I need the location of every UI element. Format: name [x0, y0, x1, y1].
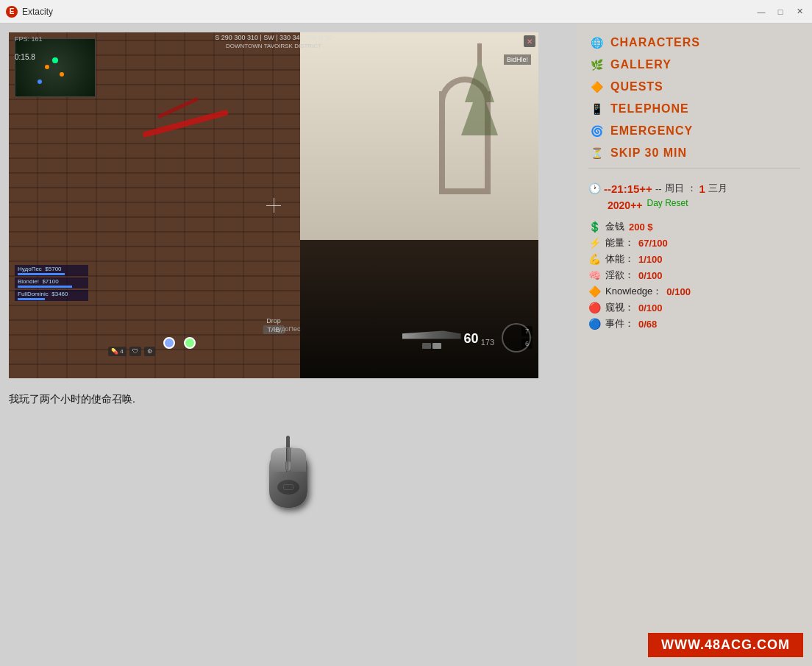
cash-amount-3: $3460 [51, 291, 68, 297]
window-controls: — □ ✕ [755, 5, 806, 18]
skip30min-label: SKIP 30 MIN [610, 146, 687, 160]
energy-value: 67/100 [638, 238, 668, 249]
game-screenshot: FPS: 161 0:15.8 S 290 300 310 | SW | 330… [9, 32, 538, 378]
player-cash-list: НудоПес $5700 Blondie! $7100 FullDominic… [15, 265, 88, 301]
nav-marker-1 [163, 337, 175, 349]
caption-text: 我玩了两个小时的使命召唤. [9, 393, 135, 405]
mouse-center-line [288, 448, 288, 470]
gallery-icon: 🌿 [588, 57, 605, 73]
money-value: 200 $ [629, 222, 653, 233]
delete-icon[interactable]: ✕ [524, 35, 535, 47]
spy-label: 窥视： [605, 301, 634, 314]
time-separator: -- [655, 183, 662, 194]
cash-entry-3: FullDominic $3460 [15, 290, 88, 301]
emergency-label: EMERGENCY [610, 124, 693, 138]
inventory-icons: 💊 4 🛡 ⚙ [108, 347, 155, 356]
quests-label: QUESTS [610, 80, 663, 93]
mouse-right-button [290, 448, 306, 472]
weapon-icon [402, 328, 461, 341]
ammo-current: 60 [464, 331, 479, 347]
maximize-button[interactable]: □ [774, 5, 787, 18]
cash-bar-1 [18, 273, 65, 275]
energy-icon: ⚡ [588, 237, 601, 249]
menu-item-quests[interactable]: 🔶 QUESTS [588, 77, 800, 97]
right-panel: 🌐 CHARACTERS 🌿 GALLERY 🔶 QUESTS 📱 TELEPH… [577, 24, 812, 666]
menu-item-gallery[interactable]: 🌿 GALLERY [588, 54, 800, 75]
money-icon: 💲 [588, 221, 601, 233]
minimize-button[interactable]: — [755, 5, 768, 18]
mouse-graphic [263, 436, 314, 517]
mouse-left-button [271, 448, 287, 472]
health-icon: 💊 4 [108, 347, 127, 356]
telephone-icon: 📱 [588, 101, 605, 117]
nav-compass [502, 323, 531, 353]
dark-overlay [300, 240, 538, 378]
ammo-display: 60 173 [464, 331, 494, 347]
menu-item-skip30min[interactable]: ⏳ SKIP 30 MIN [588, 143, 800, 163]
armor-icon: 🛡 [129, 347, 141, 356]
close-button[interactable]: ✕ [793, 5, 806, 18]
app-icon: E [6, 6, 18, 18]
map-player-dot [52, 57, 58, 63]
day-reset-label: Day Reset [647, 198, 688, 208]
menu-item-telephone[interactable]: 📱 TELEPHONE [588, 99, 800, 119]
time-colon: ： [687, 182, 697, 195]
fps-counter: FPS: 161 [15, 35, 43, 43]
cash-amount-1: $5700 [45, 266, 61, 272]
caption-area: 我玩了两个小时的使命召唤. [9, 387, 568, 412]
ammo-mode-1 [422, 343, 431, 349]
crosshair [266, 198, 281, 213]
day-num: 1 [699, 183, 705, 195]
stat-constitution: 💪 体能： 1/100 [588, 251, 800, 267]
drop-label: Drop [263, 317, 285, 325]
menu-item-characters[interactable]: 🌐 CHARACTERS [588, 32, 800, 53]
characters-icon: 🌐 [588, 35, 605, 51]
stat-money: 💲 金钱 200 $ [588, 219, 800, 235]
map-enemy-dot-1 [45, 65, 49, 69]
month-label: 三月 [708, 182, 727, 195]
events-value: 0/68 [638, 319, 657, 330]
round-timer: 0:15.8 [15, 53, 35, 61]
player-name: ЧудоПес [274, 325, 300, 333]
lust-label: 淫欲： [605, 269, 634, 282]
ammo-mode-2 [432, 343, 441, 349]
menu-separator [588, 168, 800, 169]
events-icon: 🔵 [588, 318, 601, 330]
main-area: FPS: 161 0:15.8 S 290 300 310 | SW | 330… [0, 24, 812, 666]
weapon-hud: 60 173 [402, 328, 494, 349]
cash-entry-2: Blondie! $7100 [15, 277, 88, 288]
mini-map-inner [15, 39, 95, 96]
watermark: WWW.48ACG.COM [648, 633, 803, 657]
time-row: 🕐 --21:15++ -- 周日 ： 1 三月 [588, 182, 800, 195]
other-icon: ⚙ [144, 347, 155, 356]
watermark-text: WWW.48ACG.COM [661, 637, 790, 652]
tree-branches-2 [461, 84, 498, 135]
cash-bar-2 [18, 286, 72, 288]
stat-lust: 🧠 淫欲： 0/100 [588, 267, 800, 283]
stat-knowledge: 🔶 Knowledge： 0/100 [588, 283, 800, 300]
knowledge-value: 0/100 [666, 286, 691, 297]
menu-item-emergency[interactable]: 🌀 EMERGENCY [588, 121, 800, 141]
map-enemy-dot-2 [60, 72, 64, 77]
location-label: DOWNTOWN TAVOIRSK DISTRICT [226, 43, 321, 49]
lust-value: 0/100 [638, 270, 663, 281]
outdoor-area [300, 32, 538, 258]
lust-icon: 🧠 [588, 269, 601, 281]
day-label: 周日 [665, 182, 684, 195]
knowledge-label: Knowledge： [605, 285, 662, 298]
window-titlebar: E Extacity — □ ✕ [0, 0, 812, 24]
skip30min-icon: ⏳ [588, 145, 605, 161]
constitution-value: 1/100 [638, 254, 663, 265]
mouse-area [9, 421, 568, 531]
app-title: Extacity [22, 7, 53, 17]
constitution-icon: 💪 [588, 253, 601, 265]
quests-icon: 🔶 [588, 79, 605, 95]
year-reset-row: 2020++ Day Reset [608, 198, 800, 213]
characters-label: CHARACTERS [610, 36, 700, 49]
money-label: 金钱 [605, 220, 624, 233]
stats-section: 🕐 --21:15++ -- 周日 ： 1 三月 2020++ Day Rese… [588, 179, 800, 332]
nav-markers [163, 337, 196, 349]
window-title-area: E Extacity [6, 6, 53, 18]
emergency-icon: 🌀 [588, 123, 605, 139]
events-label: 事件： [605, 317, 634, 330]
